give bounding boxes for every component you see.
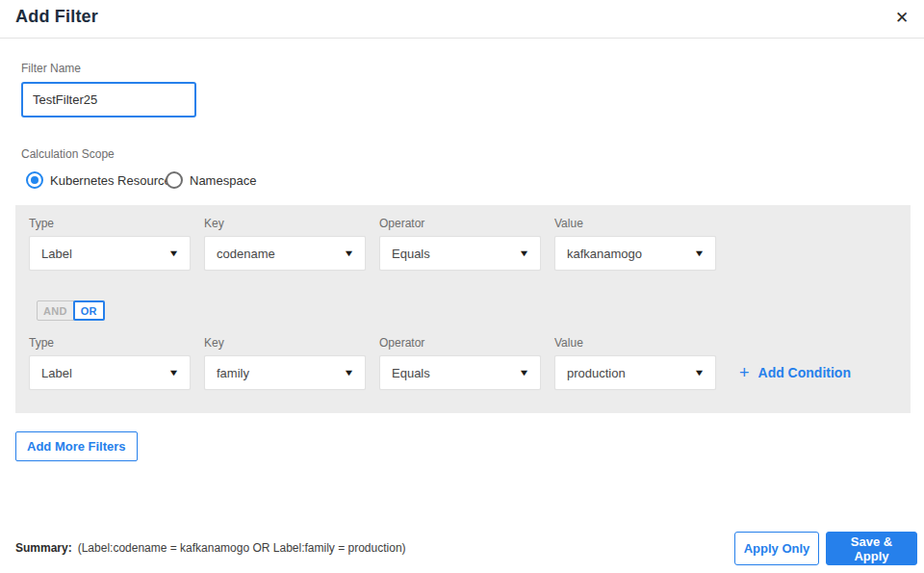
- select-value: family: [217, 366, 249, 380]
- close-icon[interactable]: ✕: [887, 4, 916, 33]
- save-and-apply-button[interactable]: Save & Apply: [826, 532, 917, 565]
- conditions-panel: Type Key Operator Value Label ▼ codename…: [15, 205, 911, 413]
- filter-name-label: Filter Name: [21, 62, 81, 75]
- summary-label: Summary:: [15, 541, 72, 555]
- select-value: Equals: [392, 247, 430, 261]
- select-value: production: [567, 366, 626, 380]
- summary-text: (Label:codename = kafkanamogo OR Label:f…: [78, 541, 406, 555]
- chevron-down-icon: ▼: [694, 249, 706, 258]
- dialog-header: Add Filter ✕: [0, 0, 924, 39]
- summary: Summary:(Label:codename = kafkanamogo OR…: [15, 541, 406, 555]
- radio-selected-icon: [26, 171, 43, 189]
- chevron-down-icon: ▼: [168, 249, 180, 258]
- page-title: Add Filter: [15, 7, 98, 27]
- add-condition-button[interactable]: + Add Condition: [739, 355, 851, 390]
- logic-toggle: AND OR: [37, 300, 105, 321]
- apply-only-button[interactable]: Apply Only: [734, 532, 819, 565]
- type-column-label: Type: [29, 217, 54, 230]
- key-column-label: Key: [204, 336, 224, 350]
- radio-label: Kubernetes Resource: [50, 173, 171, 188]
- chevron-down-icon: ▼: [168, 369, 180, 378]
- plus-icon: +: [739, 363, 750, 383]
- type-select[interactable]: Label ▼: [29, 355, 191, 390]
- operator-select[interactable]: Equals ▼: [379, 355, 541, 390]
- radio-label: Namespace: [190, 173, 256, 188]
- chevron-down-icon: ▼: [519, 369, 530, 378]
- value-column-label: Value: [554, 336, 583, 350]
- select-value: Equals: [392, 366, 430, 380]
- value-column-label: Value: [554, 217, 583, 230]
- key-select[interactable]: family ▼: [204, 355, 366, 390]
- radio-unselected-icon: [166, 171, 183, 189]
- select-value: Label: [41, 247, 72, 261]
- logic-or-button[interactable]: OR: [73, 300, 105, 321]
- chevron-down-icon: ▼: [694, 369, 706, 378]
- type-select[interactable]: Label ▼: [29, 236, 191, 271]
- select-value: kafkanamogo: [567, 247, 642, 261]
- chevron-down-icon: ▼: [344, 249, 355, 258]
- operator-column-label: Operator: [379, 217, 424, 230]
- calculation-scope-label: Calculation Scope: [21, 147, 115, 161]
- type-column-label: Type: [29, 336, 54, 350]
- radio-namespace[interactable]: Namespace: [166, 170, 256, 190]
- operator-select[interactable]: Equals ▼: [379, 236, 541, 271]
- operator-column-label: Operator: [379, 336, 424, 350]
- select-value: Label: [41, 366, 72, 380]
- value-select[interactable]: production ▼: [554, 355, 716, 390]
- add-condition-label: Add Condition: [758, 365, 851, 380]
- chevron-down-icon: ▼: [519, 249, 530, 258]
- add-more-filters-button[interactable]: Add More Filters: [15, 431, 138, 461]
- key-select[interactable]: codename ▼: [204, 236, 366, 271]
- radio-kubernetes-resource[interactable]: Kubernetes Resource: [26, 170, 171, 190]
- chevron-down-icon: ▼: [344, 369, 355, 378]
- logic-and-button[interactable]: AND: [37, 300, 74, 321]
- filter-name-input[interactable]: [21, 82, 196, 117]
- value-select[interactable]: kafkanamogo ▼: [554, 236, 716, 271]
- select-value: codename: [217, 247, 275, 261]
- key-column-label: Key: [204, 217, 224, 230]
